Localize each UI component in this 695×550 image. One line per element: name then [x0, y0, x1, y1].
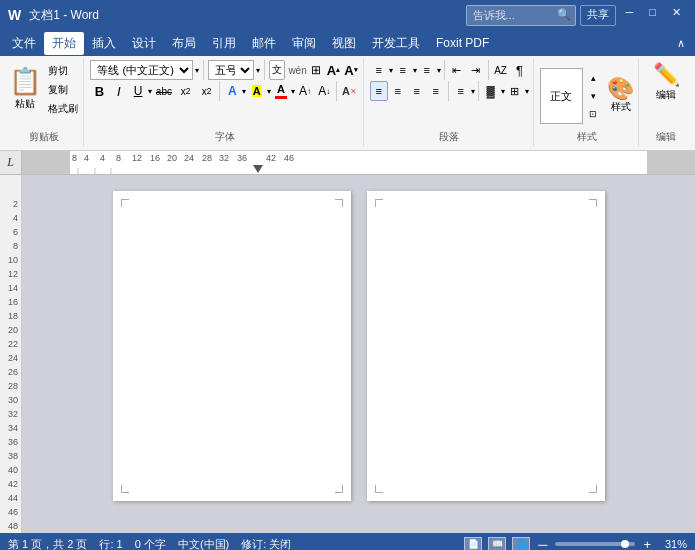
- decrease-font-btn[interactable]: A▾: [343, 60, 358, 80]
- menu-item-home[interactable]: 开始: [44, 32, 84, 55]
- increase-font-btn[interactable]: A▴: [326, 60, 341, 80]
- font-size-select[interactable]: 五号: [208, 60, 254, 80]
- divider7: [448, 81, 449, 101]
- font-color-arrow[interactable]: ▾: [291, 87, 295, 96]
- menu-item-mailings[interactable]: 邮件: [244, 32, 284, 55]
- menu-item-view[interactable]: 视图: [324, 32, 364, 55]
- menu-item-layout[interactable]: 布局: [164, 32, 204, 55]
- editing-btn-label[interactable]: 编辑: [656, 88, 676, 102]
- line-spacing-arrow[interactable]: ▾: [471, 87, 475, 96]
- menu-item-review[interactable]: 审阅: [284, 32, 324, 55]
- bullets-btn[interactable]: ≡: [370, 60, 388, 80]
- copy-btn[interactable]: 复制: [44, 81, 82, 99]
- language: 中文(中国): [178, 537, 229, 551]
- numbering-btn[interactable]: ≡: [394, 60, 412, 80]
- view-web-btn[interactable]: 🌐: [512, 537, 530, 550]
- search-box[interactable]: 告诉我... 🔍: [466, 5, 576, 26]
- align-right-btn[interactable]: ≡: [408, 81, 426, 101]
- underline-btn[interactable]: U: [129, 81, 147, 101]
- maximize-btn[interactable]: □: [643, 5, 662, 26]
- styles-scroll-down[interactable]: ▾: [585, 88, 601, 104]
- status-right: 📄 📖 🌐 ─ + 31%: [464, 537, 687, 551]
- paste-icon: 📋: [9, 66, 41, 97]
- underline-arrow[interactable]: ▾: [148, 87, 152, 96]
- divider2: [264, 60, 265, 80]
- sort-btn[interactable]: AZ: [492, 60, 510, 80]
- styles-expand[interactable]: ⊡: [585, 106, 601, 122]
- ruler-white-area: 8 4 4 8 12 16 20 24 28 32 36 42 46: [70, 151, 647, 174]
- styles-gallery[interactable]: 正文: [540, 68, 583, 124]
- increase-indent-btn[interactable]: ⇥: [467, 60, 485, 80]
- font-name-select[interactable]: 等线 (中文正文): [90, 60, 193, 80]
- page1-corner-tr: [335, 199, 343, 207]
- zoom-slider[interactable]: [555, 542, 635, 546]
- font-decrease2-btn[interactable]: A↓: [315, 81, 333, 101]
- share-btn[interactable]: 共享: [580, 5, 616, 26]
- align-center-btn[interactable]: ≡: [389, 81, 407, 101]
- align-left-btn[interactable]: ≡: [370, 81, 388, 101]
- paste-btn[interactable]: 📋 粘贴: [8, 60, 42, 116]
- show-marks-btn[interactable]: ¶: [511, 60, 529, 80]
- menu-item-insert[interactable]: 插入: [84, 32, 124, 55]
- italic-btn[interactable]: I: [110, 81, 128, 101]
- close-btn[interactable]: ✕: [666, 5, 687, 26]
- minimize-btn[interactable]: ─: [620, 5, 640, 26]
- cut-btn[interactable]: 剪切: [44, 62, 82, 80]
- subscript-btn[interactable]: x2: [176, 81, 196, 101]
- font-name-arrow[interactable]: ▾: [195, 66, 199, 75]
- bold-btn[interactable]: B: [90, 81, 108, 101]
- styles-scroll-up[interactable]: ▴: [585, 70, 601, 86]
- menu-item-design[interactable]: 设计: [124, 32, 164, 55]
- view-read-btn[interactable]: 📖: [488, 537, 506, 550]
- text-effects-arrow[interactable]: ▾: [242, 87, 246, 96]
- borders-arrow[interactable]: ▾: [525, 87, 529, 96]
- page1-corner-tl: [121, 199, 129, 207]
- highlight-arrow[interactable]: ▾: [267, 87, 271, 96]
- vruler-6: 6: [0, 225, 21, 239]
- text-effects-btn[interactable]: A: [223, 81, 241, 101]
- strikethrough-btn[interactable]: abc: [153, 81, 175, 101]
- superscript-btn[interactable]: x2: [197, 81, 217, 101]
- format-painter-btn[interactable]: 格式刷: [44, 100, 82, 118]
- line-spacing-btn[interactable]: ≡: [452, 81, 470, 101]
- font-expand-btn[interactable]: ⊞: [309, 60, 324, 80]
- multilevel-arrow[interactable]: ▾: [437, 66, 441, 75]
- shading-btn[interactable]: ▓: [482, 81, 500, 101]
- vruler-48: 48: [0, 519, 21, 533]
- title-bar: W 文档1 - Word 告诉我... 🔍 共享 ─ □ ✕: [0, 0, 695, 30]
- numbering-arrow[interactable]: ▾: [413, 66, 417, 75]
- menu-item-file[interactable]: 文件: [4, 32, 44, 55]
- font-color-btn[interactable]: A: [272, 81, 290, 101]
- zoom-plus-btn[interactable]: +: [641, 537, 653, 551]
- bullets-arrow[interactable]: ▾: [389, 66, 393, 75]
- decrease-indent-btn[interactable]: ⇤: [448, 60, 466, 80]
- styles-btn-label[interactable]: 样式: [611, 100, 631, 114]
- view-print-btn[interactable]: 📄: [464, 537, 482, 550]
- title-bar-title: 文档1 - Word: [29, 7, 99, 24]
- multilevel-btn[interactable]: ≡: [418, 60, 436, 80]
- page-2[interactable]: [367, 191, 605, 501]
- phonetic-btn[interactable]: 文: [269, 60, 286, 80]
- menu-item-developer[interactable]: 开发工具: [364, 32, 428, 55]
- zoom-minus-btn[interactable]: ─: [536, 537, 549, 551]
- menu-item-foxit[interactable]: Foxit PDF: [428, 33, 497, 53]
- svg-text:4: 4: [100, 153, 105, 163]
- ruler-gray-right: [647, 151, 695, 174]
- zoom-level[interactable]: 31%: [659, 538, 687, 550]
- highlight-btn[interactable]: A: [247, 81, 265, 101]
- shading-arrow[interactable]: ▾: [501, 87, 505, 96]
- borders-btn[interactable]: ⊞: [506, 81, 524, 101]
- ruler-corner-btn[interactable]: L: [0, 151, 22, 174]
- menu-item-references[interactable]: 引用: [204, 32, 244, 55]
- status-left: 第 1 页，共 2 页 行: 1 0 个字 中文(中国) 修订: 关闭: [8, 537, 291, 551]
- vruler-40: 40: [0, 463, 21, 477]
- content-area: 2 4 6 8 10 12 14 16 18 20 22 24 26 28 30…: [0, 175, 695, 533]
- clear-format-btn[interactable]: A ✕: [340, 81, 358, 101]
- page-1[interactable]: [113, 191, 351, 501]
- font-increase2-btn[interactable]: A↑: [296, 81, 314, 101]
- svg-text:4: 4: [84, 153, 89, 163]
- font-section: 等线 (中文正文) ▾ 五号 ▾ 文 wén ⊞ A▴ A▾ B: [86, 58, 363, 146]
- collapse-ribbon-btn[interactable]: ∧: [671, 35, 691, 52]
- justify-btn[interactable]: ≡: [427, 81, 445, 101]
- font-size-arrow[interactable]: ▾: [256, 66, 260, 75]
